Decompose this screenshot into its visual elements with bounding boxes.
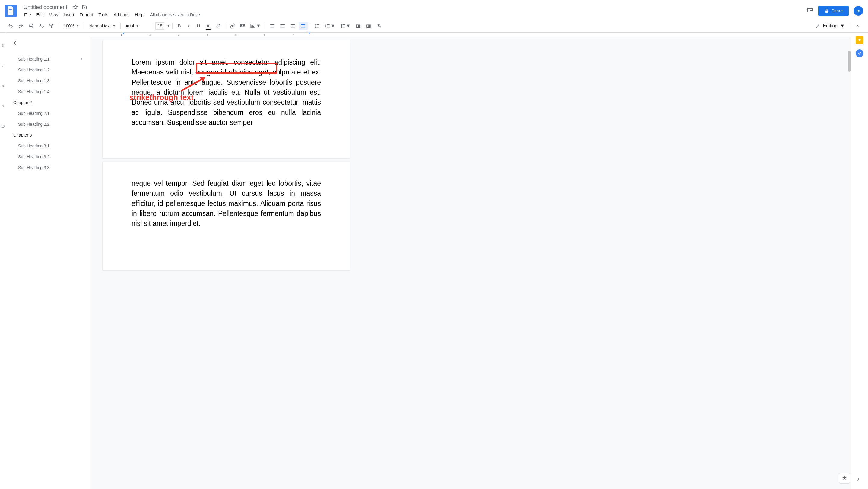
page[interactable]: Lorem ipsum dolor sit amet, consectetur … — [102, 40, 350, 158]
menu-bar: File Edit View Insert Format Tools Add-o… — [22, 11, 806, 19]
zoom-select[interactable]: 100%▼ — [61, 22, 82, 30]
scrollbar-thumb[interactable] — [848, 51, 850, 72]
bold-icon[interactable]: B — [175, 22, 183, 30]
menu-file[interactable]: File — [22, 11, 33, 19]
italic-icon[interactable]: I — [185, 22, 193, 30]
menu-format[interactable]: Format — [77, 11, 95, 19]
keep-icon[interactable] — [856, 36, 864, 44]
align-right-icon[interactable] — [288, 22, 298, 30]
menu-help[interactable]: Help — [132, 11, 146, 19]
outline-subheading[interactable]: Sub Heading 2.1✕ — [11, 108, 86, 119]
chevron-down-icon: ▼ — [136, 24, 139, 27]
chevron-down-icon: ▼ — [113, 24, 116, 27]
outline-subheading[interactable]: Sub Heading 2.2✕ — [11, 119, 86, 130]
spellcheck-icon[interactable] — [37, 22, 46, 30]
bulleted-list-icon[interactable]: ▼ — [338, 22, 352, 30]
star-icon[interactable] — [73, 4, 78, 10]
align-center-icon[interactable] — [278, 22, 287, 30]
horizontal-ruler[interactable]: 1 2 3 4 5 6 7 — [91, 33, 851, 37]
link-icon[interactable] — [228, 22, 237, 30]
rail-toggle-icon[interactable] — [854, 475, 863, 484]
editing-mode-select[interactable]: Editing ▼ — [812, 22, 848, 30]
outline-item-label: Sub Heading 1.3 — [18, 78, 50, 83]
lock-icon — [824, 8, 829, 13]
increase-indent-icon[interactable] — [364, 22, 373, 30]
outline-back-icon[interactable] — [11, 39, 20, 47]
paint-format-icon[interactable] — [47, 22, 56, 30]
outline-subheading[interactable]: Sub Heading 1.1✕ — [11, 54, 86, 65]
decrease-indent-icon[interactable] — [354, 22, 363, 30]
toolbar-separator — [225, 23, 225, 29]
line-spacing-icon[interactable] — [313, 22, 322, 30]
indent-right-marker[interactable] — [308, 34, 311, 37]
outline-subheading[interactable]: Sub Heading 1.4✕ — [11, 86, 86, 97]
toolbar-separator — [120, 23, 121, 29]
font-select[interactable]: Arial▼ — [123, 22, 150, 30]
menu-tools[interactable]: Tools — [96, 11, 111, 19]
redo-icon[interactable] — [16, 22, 25, 30]
outline-chapter[interactable]: Chapter 3✕ — [11, 130, 86, 140]
outline-panel: Sub Heading 1.1✕Sub Heading 1.2✕Sub Head… — [6, 33, 91, 489]
svg-rect-4 — [808, 9, 812, 10]
align-left-icon[interactable] — [268, 22, 277, 30]
explore-button[interactable] — [839, 473, 850, 484]
comments-icon[interactable] — [806, 7, 813, 14]
save-status[interactable]: All changes saved in Drive — [150, 12, 200, 17]
docs-logo[interactable] — [5, 5, 17, 17]
highlight-icon[interactable] — [214, 22, 223, 30]
clear-formatting-icon[interactable] — [374, 22, 383, 30]
svg-point-34 — [341, 25, 342, 26]
move-icon[interactable] — [82, 4, 87, 10]
collapse-toolbar-icon[interactable] — [854, 22, 862, 30]
indent-left-marker[interactable] — [122, 34, 125, 37]
share-button[interactable]: Share — [818, 6, 849, 16]
outline-chapter[interactable]: Chapter 2✕ — [11, 97, 86, 108]
chevron-down-icon[interactable]: ▼ — [167, 24, 170, 27]
outline-item-label: Sub Heading 2.2 — [18, 122, 50, 127]
outline-item-label: Sub Heading 3.2 — [18, 154, 50, 159]
outline-subheading[interactable]: Sub Heading 1.3✕ — [11, 75, 86, 86]
image-icon[interactable]: ▼ — [248, 22, 263, 30]
numbered-list-icon[interactable]: 123▼ — [323, 22, 337, 30]
pencil-icon — [815, 24, 820, 28]
toolbar-separator — [851, 23, 851, 29]
svg-rect-9 — [50, 24, 53, 25]
underline-icon[interactable]: U — [194, 22, 203, 30]
text-color-icon[interactable]: A — [204, 22, 212, 30]
outline-item-label: Sub Heading 2.1 — [18, 111, 50, 116]
font-size-input[interactable] — [155, 22, 164, 30]
page[interactable]: neque vel tempor. Sed feugiat diam eget … — [102, 162, 350, 270]
close-icon[interactable]: ✕ — [80, 57, 83, 62]
chevron-down-icon: ▼ — [76, 24, 79, 27]
chevron-down-icon: ▼ — [346, 23, 351, 29]
menu-view[interactable]: View — [47, 11, 61, 19]
chevron-down-icon: ▼ — [331, 23, 335, 29]
menu-addons[interactable]: Add-ons — [111, 11, 132, 19]
tasks-icon[interactable] — [856, 50, 864, 57]
menu-insert[interactable]: Insert — [61, 11, 76, 19]
title-area: Untitled document File Edit View Insert … — [22, 4, 806, 19]
align-justify-icon[interactable] — [299, 22, 308, 30]
undo-icon[interactable] — [6, 22, 15, 30]
avatar[interactable]: m — [854, 6, 863, 16]
svg-rect-0 — [9, 9, 12, 10]
outline-subheading[interactable]: Sub Heading 3.2✕ — [11, 151, 86, 162]
print-icon[interactable] — [27, 22, 36, 30]
comment-add-icon[interactable] — [238, 22, 247, 30]
editing-mode-label: Editing — [823, 23, 838, 29]
paragraph[interactable]: Lorem ipsum dolor sit amet, consectetur … — [131, 57, 321, 128]
svg-rect-2 — [9, 12, 11, 12]
document-canvas[interactable]: 1 2 3 4 5 6 7 Lorem ipsum dolor sit amet… — [91, 33, 851, 489]
outline-subheading[interactable]: Sub Heading 3.1✕ — [11, 140, 86, 151]
svg-rect-1 — [9, 10, 12, 11]
menu-edit[interactable]: Edit — [34, 11, 46, 19]
document-title[interactable]: Untitled document — [22, 4, 69, 11]
vertical-ruler: 6 7 8 9 10 — [0, 33, 6, 489]
right-rail — [851, 33, 868, 489]
outline-item-label: Sub Heading 3.1 — [18, 143, 50, 148]
header-right: Share m — [806, 6, 863, 16]
outline-subheading[interactable]: Sub Heading 1.2✕ — [11, 65, 86, 75]
outline-subheading[interactable]: Sub Heading 3.3✕ — [11, 162, 86, 173]
style-select[interactable]: Normal text▼ — [87, 22, 118, 30]
paragraph[interactable]: neque vel tempor. Sed feugiat diam eget … — [131, 178, 321, 229]
